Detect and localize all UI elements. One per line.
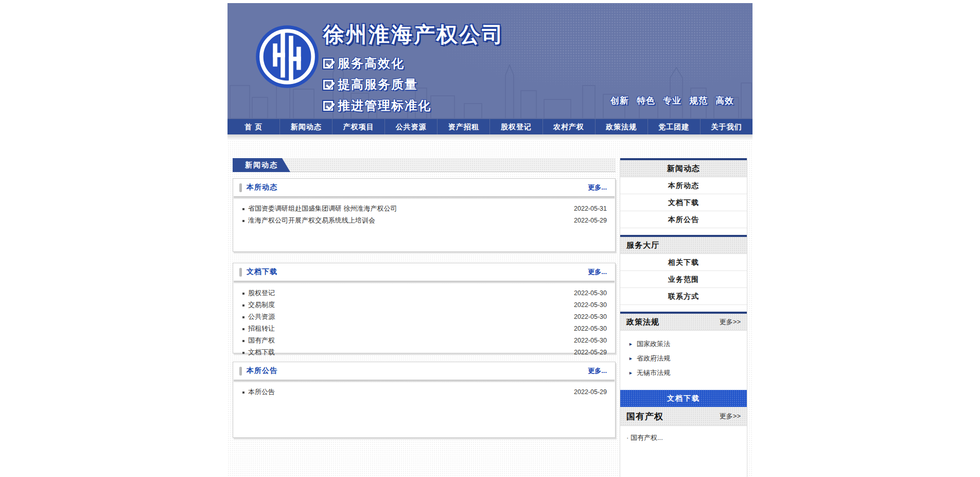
news-row: 本所公告 2022-05-29 — [241, 386, 607, 398]
arrow-bullet-icon: ► — [628, 370, 633, 376]
news-link[interactable]: 淮海产权公司开展产权交易系统线上培训会 — [241, 216, 574, 225]
nav-item-public-resources[interactable]: 公共资源 — [385, 119, 437, 134]
news-row: 公共资源 2022-05-30 — [241, 311, 607, 322]
accent-bar-icon — [239, 367, 242, 376]
page-wrapper: 徐州淮海产权公司 服务高效化 提高服务质量 推进管理标准化 创新 特色 专业 — [227, 3, 752, 477]
news-row: 招租转让 2022-05-30 — [241, 322, 607, 334]
news-row: 省国资委调研组赴国盛集团调研 徐州淮海产权公司 2022-05-31 — [241, 202, 607, 214]
policy-more-link[interactable]: 更多>> — [720, 317, 741, 327]
sidebar-section-title: 政策法规 — [626, 317, 659, 327]
nav-item-rural-property[interactable]: 农村产权 — [543, 119, 596, 134]
sidebar: 新闻动态 本所动态 文档下载 本所公告 服务大厅 相关下载 业务范围 联系方式 … — [620, 158, 747, 477]
checkbox-icon — [323, 80, 333, 90]
company-name: 徐州淮海产权公司 — [323, 21, 504, 49]
checkbox-icon — [323, 59, 333, 69]
news-link[interactable]: 本所公告 — [241, 387, 574, 397]
slogan-row: 提高服务质量 — [323, 76, 504, 93]
news-date: 2022-05-31 — [574, 205, 607, 212]
news-date: 2022-05-30 — [574, 337, 607, 344]
news-date: 2022-05-29 — [574, 217, 607, 224]
news-link[interactable]: 国有产权 — [241, 336, 574, 345]
more-link[interactable]: 更多... — [588, 183, 607, 192]
news-date: 2022-05-29 — [574, 349, 607, 356]
news-link[interactable]: 股权登记 — [241, 288, 574, 298]
slogan-list: 服务高效化 提高服务质量 推进管理标准化 — [323, 55, 504, 114]
policy-item-municipal[interactable]: ► 无锡市法规 — [628, 366, 747, 380]
slogan-row: 推进管理标准化 — [323, 97, 504, 114]
news-tab-bar: 新闻动态 — [233, 158, 616, 172]
policy-item-provincial[interactable]: ► 省政府法规 — [628, 351, 747, 366]
slogan-text: 服务高效化 — [338, 55, 405, 72]
section-title: 本所公告 — [247, 366, 277, 376]
download-banner[interactable]: 文档下载 — [620, 390, 747, 407]
news-date: 2022-05-30 — [574, 301, 607, 309]
nav-item-equity-registration[interactable]: 股权登记 — [490, 119, 542, 134]
arrow-bullet-icon: ► — [628, 356, 633, 361]
nav-item-property-projects[interactable]: 产权项目 — [332, 119, 385, 134]
news-link[interactable]: 省国资委调研组赴国盛集团调研 徐州淮海产权公司 — [241, 204, 574, 213]
sidebar-service-menu: 服务大厅 相关下载 业务范围 联系方式 — [620, 235, 747, 305]
nav-item-asset-leasing[interactable]: 资产招租 — [437, 119, 490, 134]
slogan-text: 提高服务质量 — [338, 76, 418, 93]
sidebar-item-contact[interactable]: 联系方式 — [620, 288, 747, 305]
tagline-word: 专业 — [663, 95, 681, 107]
tab-news[interactable]: 新闻动态 — [233, 158, 290, 172]
accent-bar-icon — [239, 183, 242, 192]
news-column: 新闻动态 本所动态 更多... 省国资委调研组赴国盛集团调研 徐州淮海产权公司 … — [233, 158, 616, 438]
content-area: 新闻动态 本所动态 更多... 省国资委调研组赴国盛集团调研 徐州淮海产权公司 … — [227, 141, 752, 477]
tagline-word: 创新 — [610, 95, 629, 107]
news-link[interactable]: 公共资源 — [241, 312, 574, 321]
state-assets-item[interactable]: 国有产权... — [620, 426, 747, 442]
slogan-row: 服务高效化 — [323, 55, 504, 72]
news-list: 股权登记 2022-05-30 交易制度 2022-05-30 公共资源 202… — [233, 283, 615, 358]
sidebar-section-title: 新闻动态 — [667, 164, 700, 174]
news-list: 本所公告 2022-05-29 — [233, 382, 615, 398]
nav-item-policies[interactable]: 政策法规 — [596, 119, 648, 134]
sidebar-item-agency-notices[interactable]: 本所公告 — [620, 211, 747, 228]
sidebar-section-title: 服务大厅 — [626, 241, 659, 250]
tagline-word: 高效 — [715, 95, 734, 107]
sidebar-state-assets: 国有产权 更多>> 国有产权... — [620, 407, 747, 442]
nav-item-home[interactable]: 首 页 — [227, 119, 280, 134]
state-assets-header: 国有产权 更多>> — [620, 407, 747, 426]
policy-list: ► 国家政策法 ► 省政府法规 ► 无锡市法规 — [620, 331, 747, 383]
more-link[interactable]: 更多... — [588, 366, 607, 376]
tagline-word: 特色 — [637, 95, 655, 107]
more-link[interactable]: 更多... — [588, 267, 607, 277]
state-assets-more-link[interactable]: 更多>> — [720, 412, 741, 421]
state-assets-title: 国有产权 — [626, 411, 663, 422]
news-link[interactable]: 交易制度 — [241, 300, 574, 310]
policy-item-national[interactable]: ► 国家政策法 — [628, 337, 747, 351]
site-header: 徐州淮海产权公司 服务高效化 提高服务质量 推进管理标准化 创新 特色 专业 — [227, 3, 752, 119]
header-tagline: 创新 特色 专业 规范 高效 — [610, 95, 734, 107]
news-row: 文档下载 2022-05-29 — [241, 346, 607, 358]
news-date: 2022-05-30 — [574, 289, 607, 297]
sidebar-item-agency-news[interactable]: 本所动态 — [620, 177, 747, 194]
policy-item-label: 无锡市法规 — [637, 368, 670, 378]
sidebar-item-business-scope[interactable]: 业务范围 — [620, 271, 747, 288]
news-row: 交易制度 2022-05-30 — [241, 299, 607, 311]
section-agency-news: 本所动态 更多... 省国资委调研组赴国盛集团调研 徐州淮海产权公司 2022-… — [233, 178, 616, 252]
nav-item-party-union[interactable]: 党工团建 — [648, 119, 701, 134]
sidebar-item-related-downloads[interactable]: 相关下载 — [620, 254, 747, 271]
news-date: 2022-05-30 — [574, 325, 607, 332]
policy-item-label: 省政府法规 — [637, 354, 670, 363]
news-row: 股权登记 2022-05-30 — [241, 287, 607, 299]
section-title: 文档下载 — [247, 267, 277, 277]
nav-shadow-strip — [227, 134, 752, 141]
tagline-word: 规范 — [689, 95, 708, 107]
section-header: 本所动态 更多... — [233, 179, 615, 196]
news-link[interactable]: 文档下载 — [241, 348, 574, 357]
news-link[interactable]: 招租转让 — [241, 324, 574, 333]
sidebar-news-header: 新闻动态 — [620, 160, 747, 177]
policy-item-label: 国家政策法 — [637, 339, 670, 349]
checkbox-icon — [323, 101, 333, 111]
nav-item-about-us[interactable]: 关于我们 — [701, 119, 752, 134]
nav-item-news[interactable]: 新闻动态 — [280, 119, 332, 134]
sidebar-item-doc-download[interactable]: 文档下载 — [620, 194, 747, 211]
news-list: 省国资委调研组赴国盛集团调研 徐州淮海产权公司 2022-05-31 淮海产权公… — [233, 199, 615, 226]
sidebar-news-menu: 新闻动态 本所动态 文档下载 本所公告 — [620, 158, 747, 228]
section-title: 本所动态 — [247, 183, 277, 192]
sidebar-policy-header: 政策法规 更多>> — [620, 314, 747, 331]
sidebar-service-header: 服务大厅 — [620, 237, 747, 254]
